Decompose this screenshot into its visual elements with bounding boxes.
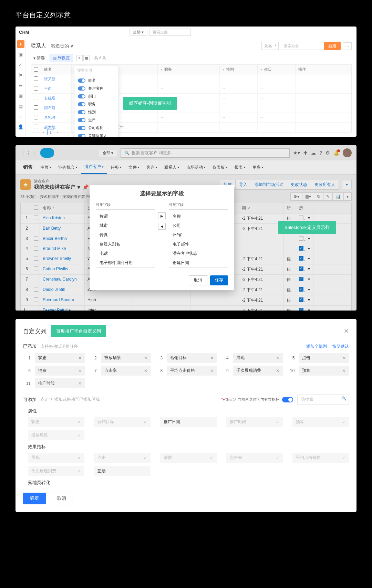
contact-name[interactable]: 阿布斯 — [41, 103, 72, 113]
field-option[interactable]: 电子邮件退回原因 — [96, 267, 155, 268]
lead-name[interactable]: Dadio Jr Bill — [40, 285, 85, 295]
nav-tab[interactable]: 文件▾ — [125, 160, 143, 174]
edit-icon[interactable]: ✎ — [323, 192, 333, 201]
ok-button[interactable]: 确定 — [23, 493, 46, 504]
more-button[interactable]: ⋯ — [343, 42, 352, 50]
row-action-menu[interactable]: ▾ — [305, 306, 313, 311]
action-button[interactable]: 导入 — [236, 180, 251, 190]
row-checkbox[interactable] — [34, 96, 38, 100]
remove-icon[interactable]: ✕ — [78, 381, 82, 386]
building-icon[interactable]: ▦ — [17, 92, 24, 99]
table-row[interactable]: 9 Eberhard Sandra High -2 下午4:21 佳 ▾ — [21, 295, 351, 306]
help-icon[interactable]: ? — [319, 150, 322, 156]
column-toggle-item[interactable]: 生日 — [74, 116, 118, 124]
star-icon[interactable]: ★▾ — [293, 150, 300, 156]
row-action-menu[interactable]: ▾ — [305, 244, 313, 254]
view-list-icon[interactable]: ≡ — [76, 55, 83, 61]
added-column-chip[interactable]: 推广时段✕ — [35, 378, 85, 388]
added-column-chip[interactable]: 点击✕ — [299, 353, 349, 363]
available-column-option[interactable]: 互动+ — [94, 466, 151, 476]
row-checkbox[interactable] — [34, 236, 38, 241]
select-all-checkbox[interactable] — [34, 205, 38, 210]
row-action-menu[interactable]: ▾ — [305, 285, 313, 295]
col-header-date[interactable]: 期 ∨ — [239, 203, 284, 213]
row-checkbox[interactable] — [34, 287, 38, 292]
col-header-name[interactable]: 姓名 — [44, 67, 52, 72]
field-option[interactable]: 创建日期 — [169, 258, 228, 267]
flag-checkbox[interactable] — [299, 287, 303, 292]
contact-name[interactable]: 李礼时 — [41, 113, 72, 122]
field-option[interactable]: 公司 — [169, 221, 228, 230]
added-column-chip[interactable]: 投放场景✕ — [101, 353, 151, 363]
row-action-menu[interactable]: ▾ — [305, 234, 313, 244]
nav-tab[interactable]: 更多▾ — [249, 160, 267, 174]
flag-checkbox[interactable] — [299, 297, 303, 302]
nav-tab[interactable]: 业务机会▾ — [55, 160, 81, 174]
flag-checkbox[interactable] — [299, 236, 303, 241]
available-column-option[interactable]: 展现✓ — [28, 453, 84, 463]
toggle[interactable] — [78, 134, 85, 137]
field-option[interactable]: 电话 — [96, 249, 155, 258]
bell-icon[interactable]: 🔔 — [333, 150, 339, 156]
email-cell[interactable] — [146, 306, 191, 311]
remove-icon[interactable]: ✕ — [210, 356, 214, 360]
available-column-option[interactable]: 投放场景✓ — [28, 430, 84, 440]
lead-name[interactable]: Feager Patricia — [40, 306, 85, 311]
available-column-option[interactable]: 平均点击价格✓ — [292, 453, 349, 463]
column-toggle-item[interactable]: 姓名 — [74, 76, 118, 84]
person-icon[interactable]: 👤 — [17, 123, 24, 130]
field-option[interactable]: 电子邮件退回日期 — [96, 258, 155, 267]
flag-icon[interactable]: ⚑ — [17, 71, 24, 79]
flag-checkbox[interactable] — [299, 308, 303, 311]
field-option[interactable]: 潜在客户状态 — [169, 249, 228, 258]
remove-icon[interactable]: ✕ — [342, 356, 345, 360]
select-all-checkbox[interactable] — [34, 67, 38, 72]
row-checkbox[interactable] — [34, 246, 38, 251]
remove-icon[interactable]: ✕ — [276, 356, 279, 360]
app-launcher-icon[interactable]: ⋮⋮⋮ — [20, 150, 37, 156]
col-header-sex[interactable]: 性别 — [226, 67, 234, 72]
cloud-icon[interactable]: ☁ — [311, 150, 316, 156]
pin-icon[interactable]: 📌 — [82, 184, 89, 190]
column-toggle-item[interactable]: 公司名称 — [74, 124, 118, 132]
row-checkbox[interactable] — [34, 76, 38, 81]
available-column-option[interactable]: 推广时段✓ — [226, 417, 283, 427]
refresh-icon[interactable]: ↻ — [314, 192, 323, 201]
row-action-menu[interactable]: ▾ — [305, 275, 313, 285]
funnel-icon[interactable]: ▾ — [260, 67, 262, 71]
action-button[interactable]: 更改所有人 — [311, 180, 339, 190]
row-checkbox[interactable] — [34, 105, 38, 110]
toggle[interactable] — [78, 102, 85, 106]
funnel-icon[interactable]: ▾ — [223, 67, 224, 71]
available-column-option[interactable]: 营销目标✓ — [94, 417, 151, 427]
lead-name[interactable]: Boxer Bertha — [40, 234, 85, 244]
view-card-icon[interactable]: ▦ — [83, 55, 90, 61]
add-icon[interactable]: ✚ — [303, 150, 308, 156]
flag-checkbox[interactable] — [299, 246, 303, 251]
col-header-owner2[interactable]: 所... — [296, 203, 305, 213]
prev-page[interactable]: ‹ — [43, 130, 44, 134]
toggle[interactable] — [78, 126, 85, 130]
nav-tab[interactable]: 仪表板▾ — [209, 160, 231, 174]
row-checkbox[interactable] — [34, 266, 38, 271]
toggle[interactable] — [78, 110, 85, 114]
row-checkbox[interactable] — [34, 308, 38, 311]
toggle[interactable] — [78, 86, 85, 91]
remove-icon[interactable]: ✕ — [144, 356, 147, 360]
added-column-chip[interactable]: 点击率✕ — [101, 366, 151, 376]
filter-icon[interactable]: ▾ — [344, 192, 352, 201]
column-toggle-item[interactable]: 职务 — [74, 100, 118, 108]
available-column-option[interactable]: 消费✓ — [160, 453, 217, 463]
field-option[interactable]: 城市 — [96, 221, 155, 230]
add-all-link[interactable]: 添加全部列 — [306, 344, 327, 349]
remove-icon[interactable]: ✕ — [78, 356, 82, 360]
cancel-button[interactable]: 取消 — [50, 493, 73, 504]
column-toggle-item[interactable]: 性别 — [74, 108, 118, 116]
nav-tab[interactable]: 任务▾ — [107, 160, 125, 174]
added-column-chip[interactable]: 预算✕ — [299, 366, 349, 376]
table-icon[interactable]: ▦▾ — [302, 192, 314, 201]
row-checkbox[interactable] — [34, 86, 38, 91]
field-option[interactable]: 所有人别名 — [169, 267, 228, 268]
remove-icon[interactable]: ✕ — [78, 368, 82, 373]
nav-tab[interactable]: 潜在客户▾ — [81, 160, 107, 174]
